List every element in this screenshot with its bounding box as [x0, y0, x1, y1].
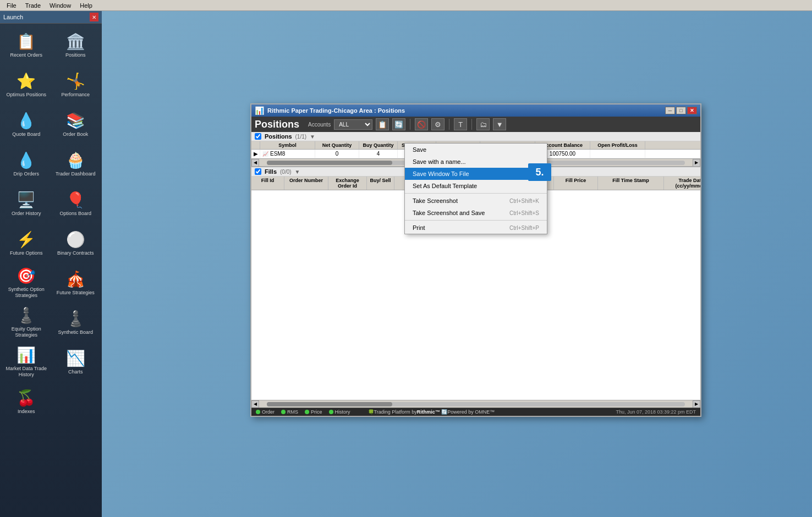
toolbar-layout-btn[interactable]: 🗂 — [476, 118, 490, 130]
fills-col-fillprice: Fill Price — [554, 177, 598, 190]
rms-dot — [281, 410, 286, 414]
icon-positions[interactable]: 🏛️Positions — [52, 26, 100, 64]
icon-indexes[interactable]: 🍒Indexes — [2, 382, 51, 421]
scroll-right[interactable]: ▶ — [693, 159, 700, 167]
icon-performance[interactable]: 🤸Performance — [52, 65, 100, 104]
icon-emoji-order-history: 🖥️ — [17, 191, 36, 209]
menu-help[interactable]: Help — [75, 1, 97, 10]
menu-item-save-with-name[interactable]: Save with a name... — [405, 156, 547, 168]
icon-order-book[interactable]: 📚Order Book — [52, 105, 100, 144]
menu-item-shortcut-take-screenshot-and-save: Ctrl+Shift+S — [509, 210, 539, 216]
icon-label-options-board: Options Board — [59, 211, 91, 217]
icon-synthetic-board[interactable]: ♟️Synthetic Board — [52, 303, 100, 342]
icon-emoji-synthetic-option-strategies: 🎯 — [17, 267, 36, 285]
icon-emoji-options-board: 🎈 — [66, 191, 85, 209]
icon-emoji-performance: 🤸 — [66, 72, 85, 90]
col-buy-qty: Buy Quantity — [359, 141, 398, 149]
toolbar-text-btn[interactable]: T — [454, 118, 467, 130]
fills-col-buysell: Buy/ Sell — [367, 177, 394, 190]
icon-label-indexes: Indexes — [18, 409, 35, 415]
icon-quote-board[interactable]: 💧Quote Board — [2, 105, 51, 144]
minimize-button[interactable]: ─ — [665, 107, 675, 114]
toolbar-settings-btn[interactable]: ⚙ — [431, 118, 445, 130]
window-controls: ─ □ ✕ — [665, 107, 697, 114]
step-badge: 5. — [528, 163, 551, 181]
fills-scroll-left[interactable]: ◀ — [251, 400, 259, 408]
icon-emoji-synthetic-board: ♟️ — [66, 310, 85, 328]
menu-item-wrapper-set-as-default-template: Set As Default Template — [405, 180, 547, 194]
icon-emoji-future-strategies: 🎪 — [66, 270, 85, 288]
window-title: Rithmic Paper Trading-Chicago Area : Pos… — [267, 107, 405, 114]
icon-emoji-market-data-trade-history: 📊 — [17, 346, 36, 364]
menu-item-save-window-to-file[interactable]: Save Window To File — [405, 168, 547, 180]
menu-item-label-save-window-to-file: Save Window To File — [413, 170, 469, 177]
toolbar-cancel-btn[interactable]: 🚫 — [415, 118, 428, 130]
scroll-left[interactable]: ◀ — [251, 159, 259, 167]
status-datetime: Thu, Jun 07, 2018 03:39:22 pm EDT — [616, 409, 696, 415]
menu-item-take-screenshot[interactable]: Take ScreenshotCtrl+Shift+K — [405, 195, 547, 207]
icon-equity-option-strategies[interactable]: ♟️Equity Option Strategies — [2, 303, 51, 342]
menu-item-save[interactable]: Save — [405, 144, 547, 156]
window-titlebar: 📊 Rithmic Paper Trading-Chicago Area : P… — [251, 105, 700, 117]
toolbar-clipboard-btn[interactable]: 📋 — [376, 118, 389, 130]
icon-label-equity-option-strategies: Equity Option Strategies — [4, 326, 48, 338]
icon-options-board[interactable]: 🎈Options Board — [52, 184, 100, 223]
icon-synthetic-option-strategies[interactable]: 🎯Synthetic Option Strategies — [2, 263, 51, 302]
menu-item-label-print: Print — [413, 224, 425, 231]
menu-item-wrapper-save-window-to-file: 5.Save Window To File — [405, 168, 547, 180]
close-window-button[interactable]: ✕ — [687, 107, 697, 114]
launch-title: Launch — [3, 14, 23, 20]
fills-col-tradedate: Trade Date (cc/yy/mmdd) — [664, 177, 700, 190]
icon-drip-orders[interactable]: 💧Drip Orders — [2, 145, 51, 183]
icon-future-strategies[interactable]: 🎪Future Strategies — [52, 263, 100, 302]
menu-trade[interactable]: Trade — [21, 1, 45, 10]
menu-item-wrapper-save: Save — [405, 144, 547, 156]
icon-emoji-quote-board: 💧 — [17, 112, 36, 130]
icon-label-binary-contracts: Binary Contracts — [57, 250, 94, 256]
icon-market-data-trade-history[interactable]: 📊Market Data Trade History — [2, 343, 51, 381]
icon-label-drip-orders: Drip Orders — [13, 171, 39, 177]
menu-item-wrapper-save-with-name: Save with a name... — [405, 156, 547, 168]
menu-item-wrapper-take-screenshot-and-save: Take Screenshot and SaveCtrl+Shift+S — [405, 207, 547, 221]
fills-scroll-track[interactable] — [267, 402, 685, 406]
row-arrow: ▶ — [251, 150, 260, 158]
status-price: Price — [305, 409, 322, 415]
positions-count: (1/1) — [295, 134, 307, 140]
fills-scroll-right[interactable]: ▶ — [693, 400, 700, 408]
toolbar-menu-btn[interactable]: ▼ — [493, 118, 506, 130]
menu-item-wrapper-print: PrintCtrl+Shift+P — [405, 222, 547, 234]
icon-future-options[interactable]: ⚡Future Options — [2, 224, 51, 262]
accounts-select[interactable]: ALL — [334, 119, 372, 130]
maximize-button[interactable]: □ — [676, 107, 686, 114]
positions-checkbox[interactable] — [255, 133, 261, 140]
launch-close-button[interactable]: ✕ — [90, 13, 98, 21]
icon-charts[interactable]: 📉Charts — [52, 343, 100, 381]
row-buy-qty: 4 — [359, 150, 398, 158]
icon-label-future-options: Future Options — [10, 250, 43, 256]
col-net-qty: Net Quantity — [315, 141, 359, 149]
fills-hscroll[interactable]: ◀ ▶ — [251, 400, 700, 408]
fills-checkbox[interactable] — [255, 168, 261, 175]
launch-header: Launch ✕ — [0, 11, 102, 24]
icon-recent-orders[interactable]: 📋Recent Orders — [2, 26, 51, 64]
menu-item-set-as-default-template[interactable]: Set As Default Template — [405, 180, 547, 192]
icon-order-history[interactable]: 🖥️Order History — [2, 184, 51, 223]
status-bar: Order RMS Price History 🍀 Trading Platfo… — [251, 408, 700, 416]
icon-emoji-trader-dashboard: 🧁 — [66, 151, 85, 169]
icon-optimus-positions[interactable]: ⭐Optimus Positions — [2, 65, 51, 104]
icon-label-order-book: Order Book — [63, 131, 88, 138]
menu-item-take-screenshot-and-save[interactable]: Take Screenshot and SaveCtrl+Shift+S — [405, 207, 547, 219]
menu-window[interactable]: Window — [45, 1, 75, 10]
icon-emoji-binary-contracts: ⚪ — [66, 230, 85, 249]
menu-item-label-set-as-default-template: Set As Default Template — [413, 183, 477, 189]
icon-emoji-indexes: 🍒 — [17, 389, 36, 407]
icon-binary-contracts[interactable]: ⚪Binary Contracts — [52, 224, 100, 262]
menu-item-print[interactable]: PrintCtrl+Shift+P — [405, 222, 547, 234]
fills-col-exchorderid: Exchange Order Id — [328, 177, 367, 190]
window-toolbar: Positions Accounts ALL 📋 🔄 🚫 ⚙ T 🗂 ▼ — [251, 117, 700, 132]
status-order: Order — [256, 409, 275, 415]
icon-trader-dashboard[interactable]: 🧁Trader Dashboard — [52, 145, 100, 183]
toolbar-refresh-btn[interactable]: 🔄 — [392, 118, 405, 130]
icon-emoji-optimus-positions: ⭐ — [17, 72, 36, 90]
menu-file[interactable]: File — [2, 1, 21, 10]
